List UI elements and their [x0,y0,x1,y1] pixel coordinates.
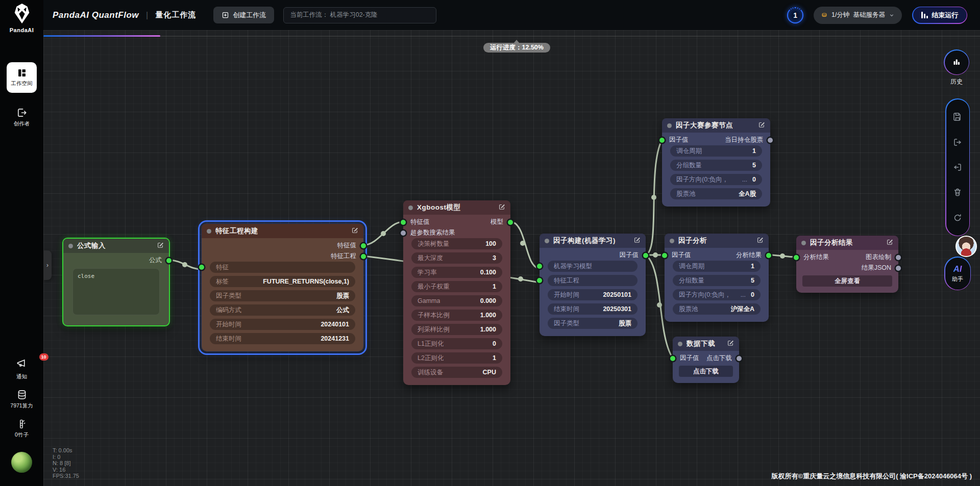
param-row[interactable]: 因子方向(0:负向，...0 [673,289,761,300]
param-row[interactable]: 因子类型股票 [548,318,638,329]
edit-node-icon[interactable] [633,236,641,245]
output-port-dot[interactable] [166,258,172,263]
param-row[interactable]: 分组数量5 [673,275,761,286]
output-port-dot[interactable] [361,243,366,248]
edge-handle-1[interactable] [381,231,386,236]
edge-handle-7[interactable] [780,253,785,259]
param-row[interactable]: 特征 [210,262,355,273]
param-row[interactable]: 机器学习模型 [548,261,638,272]
node-formula-input[interactable]: 公式输入公式close [62,238,170,326]
node-header[interactable]: Xgboost模型 [403,200,510,215]
param-row[interactable]: 最大深度3 [411,252,502,264]
input-port-dot[interactable] [662,253,667,258]
export-icon[interactable] [950,135,965,150]
param-row[interactable]: 结束时间20241231 [210,333,355,344]
output-port-dot[interactable] [768,138,773,143]
edit-node-icon[interactable] [157,241,164,250]
formula-textarea[interactable]: close [72,268,160,315]
node-action-button[interactable]: 全屏查看 [802,275,892,287]
create-workflow-button[interactable]: 创建工作流 [213,7,274,23]
output-port-dot[interactable] [737,356,742,361]
sidebar-item-notifications[interactable]: 10 通知 [0,357,43,380]
sidebar-item-workspace[interactable]: 工作空间 [7,62,37,93]
param-row[interactable]: 调仓周期1 [670,145,762,157]
input-port-dot[interactable] [537,278,542,283]
node-data-download[interactable]: 数据下载因子值点击下载点击下载 [673,337,739,383]
param-row[interactable]: L1正则化0 [411,338,502,349]
server-selector[interactable]: 1/分钟 基础服务器 [814,7,902,24]
current-workflow-input[interactable] [283,7,436,23]
user-avatar[interactable] [11,452,32,473]
import-icon[interactable] [950,160,965,175]
output-port-dot[interactable] [896,266,901,271]
input-port-dot[interactable] [199,265,204,270]
edit-node-icon[interactable] [758,121,765,130]
param-row[interactable]: 特征工程 [548,275,638,286]
param-row[interactable]: 编码方式公式 [210,304,355,316]
input-port-dot[interactable] [659,138,665,143]
edge-handle-2[interactable] [518,276,523,282]
param-row[interactable]: L2正则化1 [411,352,502,364]
output-port-dot[interactable] [508,220,513,225]
edit-node-icon[interactable] [727,339,734,348]
node-header[interactable]: 因子分析结果 [796,236,898,250]
input-port-dot[interactable] [537,264,542,269]
input-port-dot[interactable] [401,231,406,236]
param-row[interactable]: 训练设备CPU [411,367,502,378]
param-row[interactable]: 学习率0.100 [411,267,502,278]
node-factor-analysis-result[interactable]: 因子分析结果分析结果图表绘制结果JSON全屏查看 [796,236,898,293]
output-port-dot[interactable] [361,254,366,259]
pandaai-logo[interactable]: PandaAI [0,3,43,33]
output-port-dot[interactable] [766,253,771,258]
param-row[interactable]: 分组数量5 [670,160,762,171]
sidebar-item-compute-power[interactable]: 7971算力 [0,389,43,410]
node-factor-build-ml[interactable]: 因子构建(机器学习)因子值机器学习模型特征工程开始时间20250101结束时间2… [540,234,646,336]
node-header[interactable]: 因子构建(机器学习) [540,234,646,248]
output-port-dot[interactable] [643,253,648,258]
edge-handle-5[interactable] [651,195,656,200]
param-row[interactable]: 标签FUTURE_RETURNS(close,1) [210,276,355,287]
save-icon[interactable] [950,109,965,124]
input-port-dot[interactable] [794,255,799,260]
delete-icon[interactable] [950,185,965,200]
param-row[interactable]: 调仓周期1 [673,261,761,272]
node-factor-contest[interactable]: 因子大赛参赛节点因子值当日持仓股票调仓周期1分组数量5因子方向(0:负向，...… [662,118,770,207]
node-xgboost-model[interactable]: Xgboost模型特征值模型超参数搜索结果决策树数量100最大深度3学习率0.1… [403,200,510,385]
credit-ring-badge[interactable]: 1 [787,7,803,23]
param-row[interactable]: 股票池沪深全A [673,303,761,315]
edge-handle-3[interactable] [520,241,525,246]
ai-assistant-button[interactable]: AI 助手 [944,257,971,290]
edge-handle-6[interactable] [657,302,662,308]
node-header[interactable]: 公式输入 [63,239,169,253]
edit-node-icon[interactable] [886,238,893,247]
node-header[interactable]: 因子分析 [665,234,769,248]
expand-panel-toggle[interactable]: › [43,250,52,280]
edge-handle-4[interactable] [653,252,658,258]
param-row[interactable]: 列采样比例1.000 [411,324,502,335]
param-row[interactable]: 因子方向(0:负向，...0 [670,174,762,185]
node-header[interactable]: 特征工程构建 [202,224,363,238]
param-row[interactable]: 开始时间20240101 [210,319,355,330]
param-row[interactable]: 因子类型股票 [210,290,355,301]
input-port-dot[interactable] [401,220,406,225]
param-row[interactable]: 子样本比例1.000 [411,310,502,321]
stop-run-button[interactable]: 结束运行 [912,7,967,24]
sidebar-item-creator[interactable]: 创作者 [0,107,43,127]
node-factor-analysis[interactable]: 因子分析因子值分析结果调仓周期1分组数量5因子方向(0:负向，...0股票池沪深… [665,234,769,322]
edit-node-icon[interactable] [756,236,764,245]
assistant-avatar[interactable] [955,236,977,257]
node-feature-engineering[interactable]: 特征工程构建特征值特征工程特征标签FUTURE_RETURNS(close,1)… [202,224,363,351]
sidebar-item-bamboo[interactable]: 0竹子 [0,419,43,439]
param-row[interactable]: Gamma0.000 [411,295,502,306]
param-row[interactable]: 最小子权重1 [411,281,502,292]
output-port-dot[interactable] [896,255,901,260]
edit-node-icon[interactable] [498,203,505,212]
param-row[interactable]: 开始时间20250101 [548,289,638,300]
param-row[interactable]: 决策树数量100 [411,238,502,249]
node-header[interactable]: 因子大赛参赛节点 [662,118,770,133]
edge-handle-0[interactable] [182,262,187,267]
history-button[interactable] [944,49,969,75]
param-row[interactable]: 结束时间20250301 [548,303,638,315]
edit-node-icon[interactable] [351,226,358,236]
node-header[interactable]: 数据下载 [673,337,739,351]
